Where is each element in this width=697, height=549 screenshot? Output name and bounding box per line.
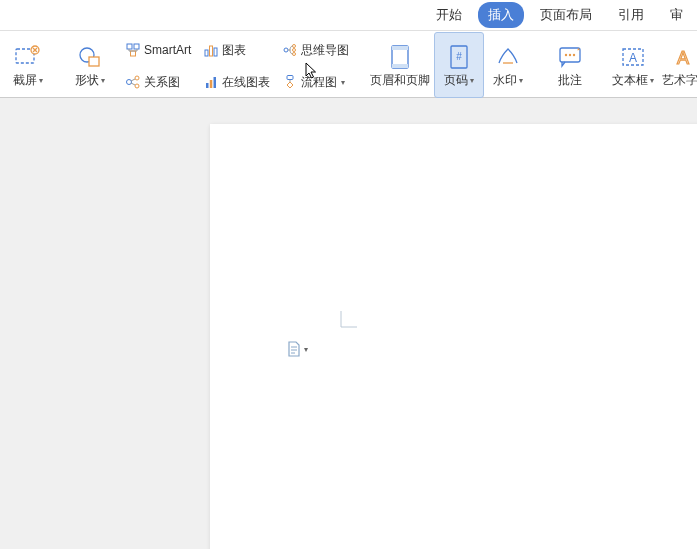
caret-icon: ▾ <box>101 76 105 85</box>
document-page[interactable] <box>210 124 697 549</box>
comment-button[interactable]: * 批注 <box>546 33 594 97</box>
smartart-button[interactable]: SmartArt <box>122 35 194 65</box>
page-number-icon: # <box>445 43 473 71</box>
mindmap-label: 思维导图 <box>301 42 349 59</box>
wordart-label: 艺术字 <box>662 73 697 88</box>
tab-review[interactable]: 审 <box>660 2 693 28</box>
svg-text:A: A <box>677 48 689 68</box>
svg-point-7 <box>127 80 132 85</box>
watermark-label: 水印 <box>493 73 517 88</box>
tab-start[interactable]: 开始 <box>426 2 472 28</box>
svg-rect-10 <box>205 50 208 56</box>
svg-point-29 <box>573 53 575 55</box>
relation-icon <box>125 74 141 90</box>
chart-button[interactable]: 图表 <box>200 35 273 65</box>
ribbon-toolbar: 截屏▾ 形状▾ SmartArt 关系图 图表 <box>0 31 697 98</box>
comment-icon: * <box>556 43 584 71</box>
online-chart-button[interactable]: 在线图表 <box>200 67 273 97</box>
watermark-button[interactable]: 水印▾ <box>484 33 532 97</box>
comment-label: 批注 <box>558 73 582 88</box>
chart-icon <box>203 42 219 58</box>
tab-insert[interactable]: 插入 <box>478 2 524 28</box>
caret-icon: ▾ <box>519 76 523 85</box>
caret-icon: ▾ <box>650 76 654 85</box>
page-number-button[interactable]: # 页码▾ <box>434 32 484 98</box>
svg-rect-12 <box>214 48 217 56</box>
online-chart-icon <box>203 74 219 90</box>
smartart-label: SmartArt <box>144 43 191 57</box>
caret-icon: ▾ <box>470 76 474 85</box>
svg-rect-22 <box>392 46 408 50</box>
svg-text:#: # <box>457 51 463 62</box>
tab-page-layout[interactable]: 页面布局 <box>530 2 602 28</box>
header-footer-label: 页眉和页脚 <box>370 73 430 88</box>
wordart-button[interactable]: A 艺术字▾ <box>658 33 697 97</box>
document-canvas[interactable]: ▾ <box>0 98 697 549</box>
svg-point-17 <box>293 45 296 48</box>
mindmap-button[interactable]: 思维导图 <box>279 35 352 65</box>
cursor-marker-icon <box>340 310 360 333</box>
relation-button[interactable]: 关系图 <box>122 67 194 97</box>
online-chart-label: 在线图表 <box>222 74 270 91</box>
svg-rect-5 <box>134 44 139 49</box>
svg-point-16 <box>284 48 288 52</box>
svg-rect-13 <box>206 83 209 88</box>
svg-rect-6 <box>131 51 136 56</box>
screenshot-icon <box>14 43 42 71</box>
mouse-cursor-icon <box>305 62 319 83</box>
svg-point-19 <box>293 53 296 56</box>
textbox-button[interactable]: A 文本框▾ <box>608 33 658 97</box>
wordart-icon: A <box>669 43 697 71</box>
menu-tabs: 开始 插入 页面布局 引用 审 <box>0 0 697 31</box>
shapes-icon <box>76 43 104 71</box>
svg-rect-20 <box>287 76 293 80</box>
shapes-label: 形状 <box>75 73 99 88</box>
svg-point-28 <box>569 53 571 55</box>
document-hint-icon[interactable]: ▾ <box>287 341 308 357</box>
mindmap-icon <box>282 42 298 58</box>
caret-icon: ▾ <box>39 76 43 85</box>
smartart-icon <box>125 42 141 58</box>
watermark-icon <box>494 43 522 71</box>
svg-point-18 <box>293 49 296 52</box>
svg-point-9 <box>135 84 139 88</box>
tab-reference[interactable]: 引用 <box>608 2 654 28</box>
svg-rect-23 <box>392 64 408 68</box>
svg-rect-14 <box>210 80 213 88</box>
header-footer-button[interactable]: 页眉和页脚 <box>366 33 434 97</box>
textbox-icon: A <box>619 43 647 71</box>
screenshot-label: 截屏 <box>13 73 37 88</box>
textbox-label: 文本框 <box>612 73 648 88</box>
svg-text:*: * <box>577 46 580 55</box>
header-footer-icon <box>386 43 414 71</box>
svg-rect-11 <box>210 46 213 56</box>
svg-point-27 <box>565 53 567 55</box>
caret-icon: ▾ <box>341 78 345 87</box>
chart-label: 图表 <box>222 42 246 59</box>
shapes-button[interactable]: 形状▾ <box>66 33 114 97</box>
screenshot-button[interactable]: 截屏▾ <box>4 33 52 97</box>
svg-rect-3 <box>89 57 99 66</box>
relation-label: 关系图 <box>144 74 180 91</box>
svg-text:A: A <box>629 51 637 65</box>
svg-point-8 <box>135 76 139 80</box>
flowchart-icon <box>282 74 298 90</box>
svg-rect-4 <box>127 44 132 49</box>
page-number-label: 页码 <box>444 73 468 88</box>
caret-icon: ▾ <box>304 345 308 354</box>
svg-rect-15 <box>214 77 217 88</box>
